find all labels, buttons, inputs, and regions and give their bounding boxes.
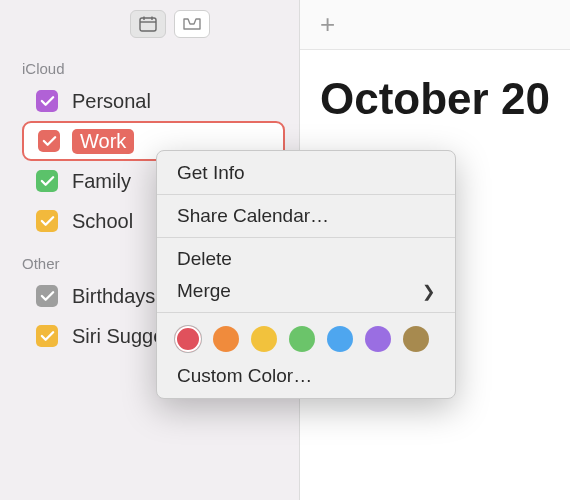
calendar-label: School	[72, 210, 133, 233]
menu-item-label: Merge	[177, 280, 231, 302]
color-swatch-purple[interactable]	[365, 326, 391, 352]
menu-item-delete[interactable]: Delete	[157, 243, 455, 275]
checkbox-icon[interactable]	[36, 210, 58, 232]
menu-item-label: Get Info	[177, 162, 245, 184]
menu-item-share[interactable]: Share Calendar…	[157, 200, 455, 232]
color-swatch-green[interactable]	[289, 326, 315, 352]
color-swatch-red[interactable]	[175, 326, 201, 352]
toolbar-view-buttons	[130, 10, 210, 38]
calendar-label: Personal	[72, 90, 151, 113]
color-swatch-brown[interactable]	[403, 326, 429, 352]
menu-item-merge[interactable]: Merge ❯	[157, 275, 455, 307]
context-menu: Get Info Share Calendar… Delete Merge ❯ …	[156, 150, 456, 399]
menu-item-label: Custom Color…	[177, 365, 312, 387]
color-swatch-blue[interactable]	[327, 326, 353, 352]
checkbox-icon[interactable]	[36, 90, 58, 112]
month-title: October 20	[300, 50, 570, 124]
calendar-label: Birthdays	[72, 285, 155, 308]
menu-item-get-info[interactable]: Get Info	[157, 157, 455, 189]
menu-item-label: Delete	[177, 248, 232, 270]
chevron-right-icon: ❯	[422, 282, 435, 301]
inbox-button[interactable]	[174, 10, 210, 38]
calendar-label: Family	[72, 170, 131, 193]
menu-separator	[157, 237, 455, 238]
checkbox-icon[interactable]	[36, 170, 58, 192]
sidebar-item-personal[interactable]: Personal	[0, 81, 299, 121]
menu-separator	[157, 194, 455, 195]
menu-item-label: Share Calendar…	[177, 205, 329, 227]
add-event-button[interactable]: +	[320, 9, 335, 40]
calendar-list-button[interactable]	[130, 10, 166, 38]
calendar-label: Work	[74, 129, 134, 154]
inbox-icon	[182, 17, 202, 31]
sidebar-section-title: iCloud	[0, 54, 299, 81]
menu-item-custom-color[interactable]: Custom Color…	[157, 360, 455, 392]
color-swatch-orange[interactable]	[213, 326, 239, 352]
svg-rect-0	[140, 18, 156, 31]
checkbox-icon[interactable]	[38, 130, 60, 152]
checkbox-icon[interactable]	[36, 325, 58, 347]
menu-separator	[157, 312, 455, 313]
main-toolbar: +	[300, 0, 570, 50]
calendar-icon	[139, 16, 157, 32]
color-swatch-row	[157, 318, 455, 360]
color-swatch-yellow[interactable]	[251, 326, 277, 352]
checkbox-icon[interactable]	[36, 285, 58, 307]
